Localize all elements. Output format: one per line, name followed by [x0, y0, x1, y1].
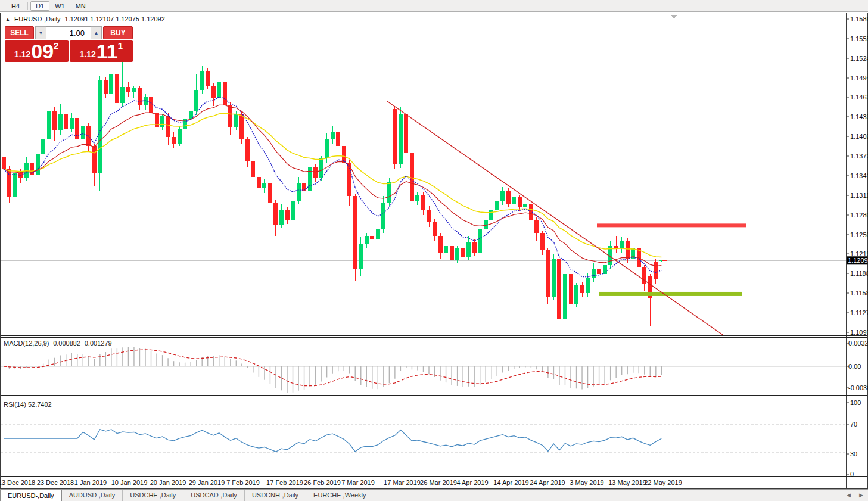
svg-text:1.14025: 1.14025 — [850, 133, 868, 140]
macd-indicator-label: MACD(12,26,9) -0.000882 -0.001279 — [4, 340, 112, 347]
svg-text:29 Jan 2019: 29 Jan 2019 — [189, 479, 225, 486]
svg-text:1.13720: 1.13720 — [850, 153, 868, 160]
svg-text:1.11580: 1.11580 — [850, 290, 868, 297]
svg-text:26 Feb 2019: 26 Feb 2019 — [304, 479, 341, 486]
chart-window-frame — [1, 13, 868, 489]
tab-audusd-daily[interactable]: AUDUSD-,Daily — [62, 490, 123, 501]
chart-header: ▲ EURUSD-,Daily 1.12091 1.12107 1.12075 … — [5, 15, 165, 23]
chart-ohlc-values: 1.12091 1.12107 1.12075 1.12092 — [65, 15, 165, 23]
volume-increase-button[interactable]: ▲ — [91, 26, 102, 39]
svg-text:0.00: 0.00 — [848, 363, 861, 370]
svg-text:13 Dec 2018: 13 Dec 2018 — [0, 479, 35, 486]
chevron-up-icon: ▲ — [94, 30, 99, 36]
tab-eurusd-daily[interactable]: EURUSD-,Daily — [0, 490, 62, 501]
svg-text:1.12195: 1.12195 — [850, 250, 868, 257]
svg-text:1.15550: 1.15550 — [850, 35, 868, 42]
bid-price-panel[interactable]: 1.12 09 2 — [5, 40, 69, 62]
timeframe-button-h4[interactable]: H4 — [6, 1, 25, 11]
svg-text:17 Mar 2019: 17 Mar 2019 — [384, 479, 421, 486]
one-click-trade-panel: SELL ▼ ▲ BUY 1.12 09 2 1.12 11 1 — [5, 26, 133, 62]
svg-text:1.12092: 1.12092 — [848, 257, 868, 264]
svg-text:1.11885: 1.11885 — [850, 270, 868, 277]
ask-price-pip: 1 — [118, 41, 123, 51]
tab-scroll-right-icon[interactable]: ► — [858, 491, 864, 499]
svg-text:13 May 2019: 13 May 2019 — [608, 479, 646, 486]
svg-text:7 Feb 2019: 7 Feb 2019 — [226, 479, 260, 486]
chevron-down-icon: ▼ — [39, 30, 43, 36]
support-level-bar[interactable] — [599, 292, 742, 296]
svg-text:1.13415: 1.13415 — [850, 172, 868, 179]
svg-text:1.15860: 1.15860 — [850, 15, 868, 23]
ask-price-panel[interactable]: 1.12 11 1 — [70, 40, 133, 62]
tab-scroll-left-icon[interactable]: ◄ — [845, 491, 852, 499]
svg-text:0: 0 — [850, 471, 854, 478]
volume-input[interactable] — [46, 26, 91, 39]
svg-text:26 Mar 2019: 26 Mar 2019 — [420, 479, 457, 486]
bid-price-prefix: 1.12 — [14, 49, 30, 59]
trade-panel-collapse-icon[interactable]: ▲ — [5, 17, 10, 22]
svg-text:24 Apr 2019: 24 Apr 2019 — [530, 479, 565, 486]
svg-text:1.14940: 1.14940 — [850, 74, 868, 82]
chart-symbol-title: EURUSD-,Daily — [14, 15, 61, 23]
date-axis[interactable]: 13 Dec 201823 Dec 20181 Jan 201910 Jan 2… — [0, 479, 682, 486]
timeframe-toolbar: H4 D1 W1 MN — [0, 0, 868, 12]
svg-text:0.003287: 0.003287 — [848, 340, 868, 347]
svg-text:1.12500: 1.12500 — [850, 231, 868, 238]
svg-text:1 Jan 2019: 1 Jan 2019 — [74, 479, 107, 486]
volume-decrease-button[interactable]: ▼ — [35, 26, 46, 39]
svg-text:1.12805: 1.12805 — [850, 211, 868, 219]
ask-price-big: 11 — [97, 42, 118, 60]
timeframe-button-w1[interactable]: W1 — [49, 1, 70, 11]
svg-text:1.13110: 1.13110 — [850, 192, 868, 199]
tab-eurchf-weekly[interactable]: EURCHF-,Weekly — [306, 490, 374, 501]
buy-button[interactable]: BUY — [103, 26, 133, 39]
svg-text:-0.00365: -0.00365 — [848, 384, 868, 391]
rsi-indicator-label: RSI(14) 52.7402 — [4, 401, 52, 408]
svg-text:17 Feb 2019: 17 Feb 2019 — [266, 479, 303, 486]
svg-text:3 May 2019: 3 May 2019 — [570, 479, 603, 486]
tab-usdchf-daily[interactable]: USDCHF-,Daily — [123, 490, 183, 501]
timeframe-button-d1[interactable]: D1 — [30, 1, 49, 11]
toolbar-separator — [94, 2, 94, 10]
current-price-tag: 1.12092 — [847, 256, 868, 264]
svg-text:7 Mar 2019: 7 Mar 2019 — [341, 479, 375, 486]
resistance-level-bar[interactable] — [597, 223, 746, 227]
timeframe-button-mn[interactable]: MN — [70, 1, 91, 11]
symbol-tab-bar: EURUSD-,Daily AUDUSD-,Daily USDCHF-,Dail… — [0, 489, 868, 501]
svg-text:1.11275: 1.11275 — [850, 309, 868, 316]
bid-price-big: 09 — [31, 42, 54, 60]
svg-text:4 Apr 2019: 4 Apr 2019 — [456, 479, 488, 486]
toolbar-separator — [27, 2, 28, 10]
tab-usdcad-daily[interactable]: USDCAD-,Daily — [183, 490, 245, 501]
svg-text:30: 30 — [850, 450, 857, 458]
svg-text:23 Dec 2018: 23 Dec 2018 — [37, 479, 74, 486]
svg-text:1.14330: 1.14330 — [850, 113, 868, 120]
svg-text:14 Apr 2019: 14 Apr 2019 — [493, 479, 528, 486]
svg-text:22 May 2019: 22 May 2019 — [644, 479, 682, 486]
svg-text:1.10970: 1.10970 — [850, 329, 868, 336]
sell-button[interactable]: SELL — [5, 26, 34, 39]
svg-text:1.15245: 1.15245 — [850, 55, 868, 62]
svg-text:70: 70 — [850, 421, 857, 428]
svg-text:100: 100 — [850, 399, 861, 406]
svg-text:1.14635: 1.14635 — [850, 94, 868, 101]
ask-price-prefix: 1.12 — [79, 49, 95, 59]
svg-text:20 Jan 2019: 20 Jan 2019 — [150, 479, 186, 486]
tab-usdcnh-daily[interactable]: USDCNH-,Daily — [245, 490, 306, 501]
chart-canvas[interactable]: 1.158601.155501.152451.149401.146351.143… — [0, 0, 868, 501]
bid-price-pip: 2 — [54, 41, 58, 51]
svg-text:10 Jan 2019: 10 Jan 2019 — [111, 479, 148, 486]
